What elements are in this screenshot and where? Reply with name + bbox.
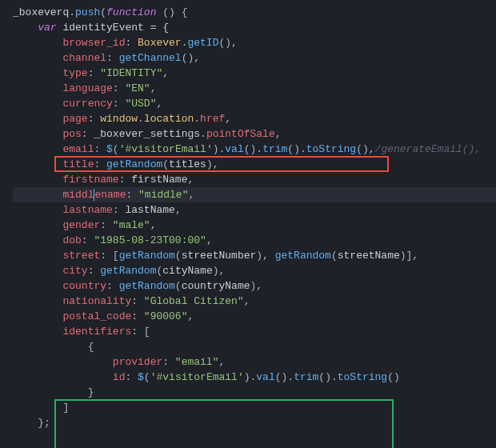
code-line: browser_id: Boxever.getID(), bbox=[13, 35, 496, 50]
code-line: nationality: "Global Citizen", bbox=[13, 294, 496, 309]
code-line: language: "EN", bbox=[13, 81, 496, 96]
code-line: postal_code: "90006", bbox=[13, 309, 496, 324]
code-line: country: getRandom(countryName), bbox=[13, 278, 496, 294]
code-line: { bbox=[13, 339, 496, 354]
code-line: gender: "male", bbox=[13, 218, 496, 233]
code-line: dob: "1985-08-23T00:00", bbox=[13, 233, 496, 248]
code-line: email: $('#visitorEmail').val().trim().t… bbox=[13, 142, 496, 157]
code-line: identifiers: [ bbox=[13, 324, 496, 339]
code-line-active: middlename: "middle", bbox=[13, 187, 496, 202]
code-line: provider: "email", bbox=[13, 354, 496, 370]
code-line: type: "IDENTITY", bbox=[13, 66, 496, 81]
code-line: var identityEvent = { bbox=[13, 20, 496, 35]
code-block: _boxeverq.push(function () { var identit… bbox=[13, 5, 496, 430]
code-line: pos: _boxever_settings.pointOfSale, bbox=[13, 126, 496, 142]
code-line: }; bbox=[13, 415, 496, 430]
code-line: _boxeverq.push(function () { bbox=[13, 5, 496, 20]
code-line: channel: getChannel(), bbox=[13, 50, 496, 66]
code-line: lastname: lastName, bbox=[13, 202, 496, 218]
code-line: page: window.location.href, bbox=[13, 111, 496, 126]
code-line: street: [getRandom(streetNumber), getRan… bbox=[13, 248, 496, 263]
code-line: currency: "USD", bbox=[13, 96, 496, 111]
code-line: ] bbox=[13, 400, 496, 415]
code-line: city: getRandom(cityName), bbox=[13, 263, 496, 278]
code-line: } bbox=[13, 385, 496, 400]
code-line: title: getRandom(titles), bbox=[13, 157, 496, 172]
code-line: id: $('#visitorEmail').val().trim().toSt… bbox=[13, 370, 496, 385]
code-line: firstname: firstName, bbox=[13, 172, 496, 187]
